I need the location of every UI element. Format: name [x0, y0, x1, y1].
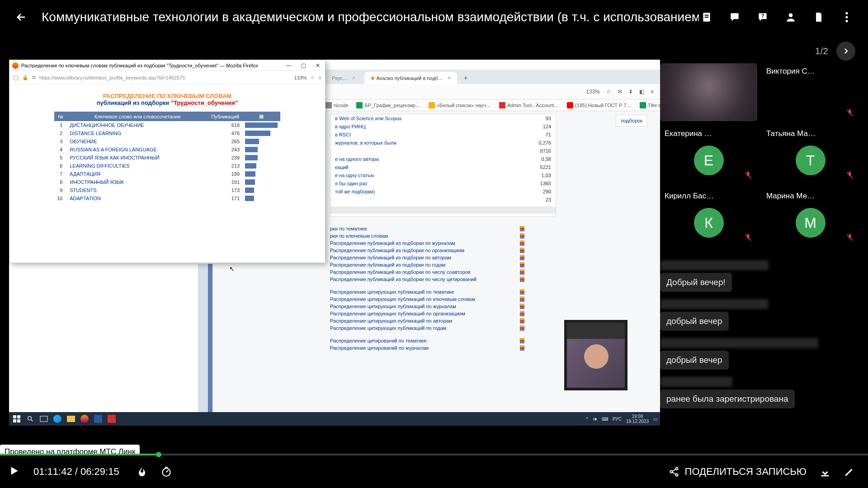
taskview-icon[interactable] — [39, 414, 49, 424]
edit-button[interactable] — [844, 466, 855, 478]
bookmark-item[interactable]: Admin Tool - Account… — [499, 102, 559, 108]
app-icon[interactable] — [107, 414, 117, 424]
chart-icon — [520, 269, 524, 275]
url-text[interactable]: https://www.elibrary.ru/itembox_profile_… — [39, 75, 290, 80]
start-button[interactable] — [12, 414, 22, 424]
new-tab-button[interactable]: + — [460, 72, 471, 84]
keyword-link[interactable]: ДИСТАНЦИОННОЕ ОБУЧЕНИЕ — [70, 122, 144, 128]
star-icon[interactable]: ☆ — [606, 89, 611, 95]
bookmark-item[interactable]: (185) Новый ГОСТ Р 7… — [567, 102, 632, 108]
analysis-link[interactable]: Распределение цитирующих публикаций по ж… — [330, 303, 660, 310]
keywords-table: № Ключевое слово или словосочетание Публ… — [54, 112, 280, 202]
extension-icon[interactable]: ◧ — [639, 89, 644, 95]
notes-icon[interactable] — [699, 9, 714, 25]
arrow-left-icon — [15, 11, 28, 23]
minimize-button[interactable]: — — [282, 61, 296, 70]
keyword-link[interactable]: РУССКИЙ ЯЗЫК КАК ИНОСТРАННЫЙ — [70, 155, 159, 160]
edge-icon[interactable] — [52, 414, 62, 424]
keyword-link[interactable]: ИНОСТРАННЫЙ ЯЗЫК — [70, 179, 124, 185]
bookmark-item[interactable]: nicode — [326, 102, 348, 108]
participant-tile[interactable]: Кирилл Бас… К — [660, 188, 757, 246]
bookmark-item[interactable]: «Белый список» науч… — [429, 102, 491, 108]
bookmark-item[interactable]: БР_График_рецензир… — [356, 102, 420, 108]
chat-icon[interactable] — [727, 9, 742, 25]
analysis-link[interactable]: рки по ключевым словам — [330, 232, 660, 239]
table-row: 1ДИСТАНЦИОННОЕ ОБУЧЕНИЕ618 — [54, 121, 280, 129]
analysis-link[interactable]: рки по тематике — [330, 225, 660, 232]
user-icon[interactable] — [783, 9, 798, 25]
system-tray[interactable]: ^🕪⌨ РУС 19:0819.12.2023 ▭ — [586, 414, 657, 424]
shield-icon: ◯ — [13, 75, 19, 80]
tray-lang[interactable]: РУС — [613, 417, 622, 422]
menu-icon[interactable]: ≡ — [651, 89, 654, 95]
back-button[interactable] — [12, 8, 31, 27]
shared-screen: Psyc…× ◆Анализ публикаций в подб…× + 133… — [9, 60, 660, 426]
speed-icon[interactable] — [160, 466, 173, 478]
analysis-link[interactable]: Распределение цитирующих публикаций по о… — [330, 310, 660, 317]
analysis-link[interactable]: Распределение публикаций из подборки по … — [330, 276, 660, 283]
lock-icon: 🔒 — [22, 75, 28, 80]
bookmark-item[interactable]: Title suggestion prog… — [640, 102, 660, 108]
document-icon[interactable] — [811, 9, 826, 25]
chart-icon — [520, 318, 524, 324]
avatar: Е — [694, 145, 724, 175]
keyword-link[interactable]: ОБУЧЕНИЕ — [70, 139, 97, 144]
analysis-link[interactable]: Распределение цитирующих публикаций по т… — [330, 288, 660, 296]
svg-rect-9 — [17, 415, 20, 418]
firefox-icon[interactable] — [80, 414, 90, 424]
player-bar: 01:11:42 / 06:29:15 ПОДЕЛИТЬСЯ ЗАПИСЬЮ — [0, 455, 868, 488]
address-bar[interactable]: ◯ 🔒 ⧉ https://www.elibrary.ru/itembox_pr… — [9, 71, 325, 84]
participant-tile[interactable]: Марина Ме… М — [762, 188, 859, 246]
search-icon[interactable] — [25, 414, 35, 424]
chat-username — [660, 260, 769, 270]
analysis-link[interactable]: Распределение публикаций из подборки по … — [330, 247, 660, 254]
analysis-link[interactable]: Распределение публикаций из подборки по … — [330, 261, 660, 268]
share-button[interactable]: ПОДЕЛИТЬСЯ ЗАПИСЬЮ — [669, 466, 807, 478]
participant-tile[interactable]: Виктория С… — [762, 63, 859, 121]
keyword-link[interactable]: RUSSIAN AS A FOREIGN LANGUAGE — [70, 147, 157, 152]
svg-point-4 — [789, 13, 793, 17]
close-icon[interactable]: × — [448, 75, 451, 81]
window-title: Распределение по ключевым словам публика… — [21, 63, 258, 68]
window-titlebar[interactable]: Распределение по ключевым словам публика… — [9, 60, 325, 71]
keyword-link[interactable]: STUDENTS — [70, 188, 96, 193]
analysis-link[interactable]: Распределение публикаций из подборки по … — [330, 254, 660, 261]
participant-tile[interactable]: Татьяна Ма… Т — [762, 126, 859, 183]
mail-icon[interactable]: ✉ — [618, 89, 622, 95]
fire-icon[interactable] — [137, 466, 147, 478]
download-icon[interactable]: ⬇ — [628, 89, 633, 95]
help-icon[interactable]: ? — [755, 9, 770, 25]
next-page-button[interactable] — [836, 42, 855, 61]
chat-message: добрый вечер — [660, 312, 729, 331]
word-icon[interactable] — [93, 414, 103, 424]
explorer-icon[interactable] — [66, 414, 76, 424]
keyword-link[interactable]: АДАПТАЦИЯ — [70, 171, 100, 177]
maximize-button[interactable]: ▢ — [296, 61, 311, 70]
chart-icon — [520, 240, 524, 246]
mic-muted-icon — [845, 108, 854, 117]
participant-tile[interactable] — [660, 63, 757, 121]
play-button[interactable] — [8, 465, 22, 479]
table-row: 3ОБУЧЕНИЕ265 — [54, 137, 280, 145]
chart-icon — [520, 262, 524, 267]
analysis-link[interactable]: Распределение публикаций из подборки по … — [330, 268, 660, 276]
participant-tile[interactable]: Екатерина … Е — [660, 126, 757, 183]
col-settings[interactable]: ▦ — [242, 112, 280, 121]
participant-tiles: Виктория С… Екатерина … Е Татьяна Ма… Т … — [660, 63, 859, 246]
close-icon[interactable]: × — [352, 75, 356, 81]
browser-tab[interactable]: ◆Анализ публикаций в подб…× — [364, 72, 457, 84]
keyword-link[interactable]: LEARNING DIFFICULTIES — [70, 163, 129, 169]
progress-bar[interactable] — [0, 454, 868, 455]
browser-tab[interactable]: Psyc…× — [326, 72, 362, 84]
avatar: М — [796, 208, 826, 238]
analysis-link[interactable]: Распределение публикаций из подборки по … — [330, 239, 660, 247]
keyword-link[interactable]: ADAPTATION — [70, 196, 101, 201]
star-icon[interactable]: ☆ — [311, 75, 315, 80]
chart-icon — [520, 345, 524, 351]
close-button[interactable]: ✕ — [311, 61, 325, 70]
more-icon[interactable] — [839, 9, 854, 25]
download-button[interactable] — [819, 466, 831, 478]
analysis-link[interactable]: Распределение цитирующих публикаций по к… — [330, 296, 660, 303]
menu-icon[interactable]: ≡ — [319, 75, 321, 80]
keyword-link[interactable]: DISTANCE LEARNING — [70, 131, 121, 136]
